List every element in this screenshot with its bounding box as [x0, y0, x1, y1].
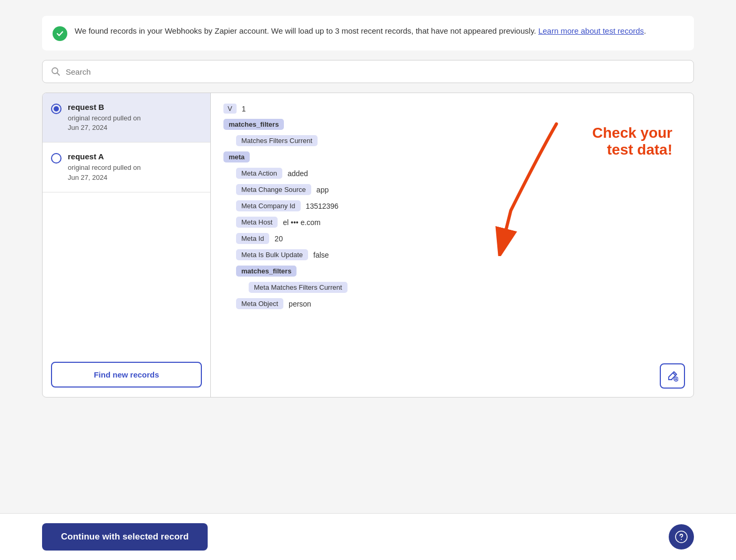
search-input[interactable] — [66, 67, 685, 76]
data-row-meta-action: Meta Action added — [236, 168, 681, 179]
record-item-request-b[interactable]: request B original record pulled onJun 2… — [43, 93, 210, 142]
help-button[interactable] — [669, 524, 694, 549]
data-row-meta: meta — [223, 151, 681, 162]
records-list: request B original record pulled onJun 2… — [43, 93, 211, 397]
records-panel: request B original record pulled onJun 2… — [42, 93, 694, 398]
success-icon — [53, 26, 67, 41]
data-row-meta-change-source: Meta Change Source app — [236, 184, 681, 195]
data-row-meta-id: Meta Id 20 — [236, 233, 681, 244]
record-item-request-a[interactable]: request A original record pulled onJun 2… — [43, 142, 210, 192]
data-row-meta-is-bulk-update: Meta Is Bulk Update false — [236, 249, 681, 260]
data-row-v: V 1 — [223, 104, 681, 114]
learn-more-link[interactable]: Learn more about test records — [538, 26, 644, 35]
record-detail: V 1 matches_filters Matches Filters Curr… — [211, 93, 693, 397]
search-bar — [42, 60, 694, 83]
continue-with-selected-record-button[interactable]: Continue with selected record — [42, 523, 208, 551]
data-row-meta-matches-filters-current: Meta Matches Filters Current — [249, 282, 681, 293]
data-row-meta-company-id: Meta Company Id 13512396 — [236, 200, 681, 211]
success-text: We found records in your Webhooks by Zap… — [75, 25, 646, 37]
record-name-a: request A — [68, 152, 141, 161]
find-new-records-button[interactable]: Find new records — [51, 362, 202, 388]
radio-request-b[interactable] — [51, 104, 62, 114]
search-icon — [51, 67, 60, 76]
data-row-matches-filters: matches_filters — [223, 119, 681, 130]
radio-request-a[interactable] — [51, 153, 62, 164]
svg-point-0 — [52, 68, 58, 74]
data-row-meta-host: Meta Host el ••• e.com — [236, 217, 681, 228]
record-name-b: request B — [68, 103, 141, 111]
svg-point-7 — [681, 539, 682, 540]
record-date-b: original record pulled onJun 27, 2024 — [68, 114, 141, 133]
bottom-bar: Continue with selected record — [0, 513, 736, 560]
record-date-a: original record pulled onJun 27, 2024 — [68, 163, 141, 182]
success-banner: We found records in your Webhooks by Zap… — [42, 16, 694, 50]
data-row-meta-matches-filters: matches_filters — [236, 266, 681, 277]
data-row-meta-object: Meta Object person — [236, 298, 681, 309]
edit-icon-button[interactable] — [660, 363, 685, 389]
data-row-matches-filters-current: Matches Filters Current — [236, 135, 681, 146]
